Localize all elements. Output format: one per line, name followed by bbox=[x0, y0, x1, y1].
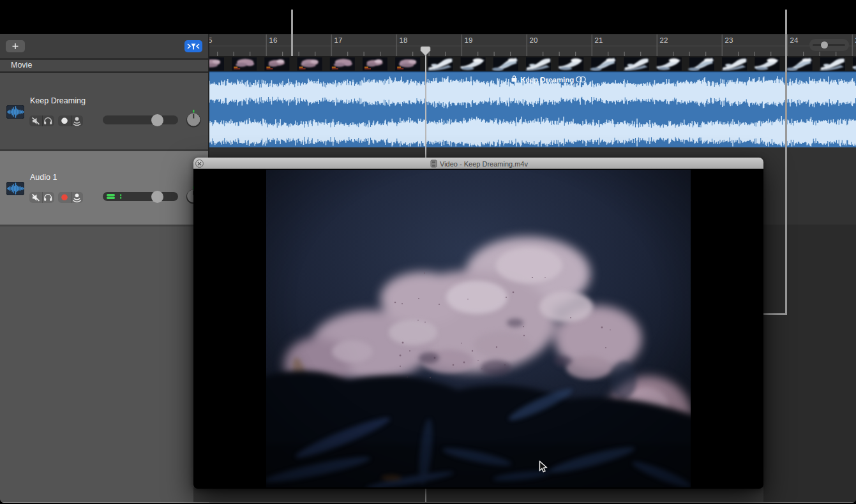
svg-text:15: 15 bbox=[209, 36, 212, 44]
svg-text:16: 16 bbox=[269, 36, 278, 44]
svg-text:19: 19 bbox=[465, 36, 473, 44]
svg-text:20: 20 bbox=[530, 36, 538, 44]
svg-text:Keep Dreaming: Keep Dreaming bbox=[520, 76, 574, 84]
svg-text:17: 17 bbox=[334, 36, 343, 44]
svg-text:23: 23 bbox=[725, 36, 733, 44]
svg-text:22: 22 bbox=[660, 36, 668, 44]
svg-text:21: 21 bbox=[595, 36, 603, 44]
svg-text:18: 18 bbox=[400, 36, 408, 44]
svg-text:24: 24 bbox=[790, 36, 799, 44]
